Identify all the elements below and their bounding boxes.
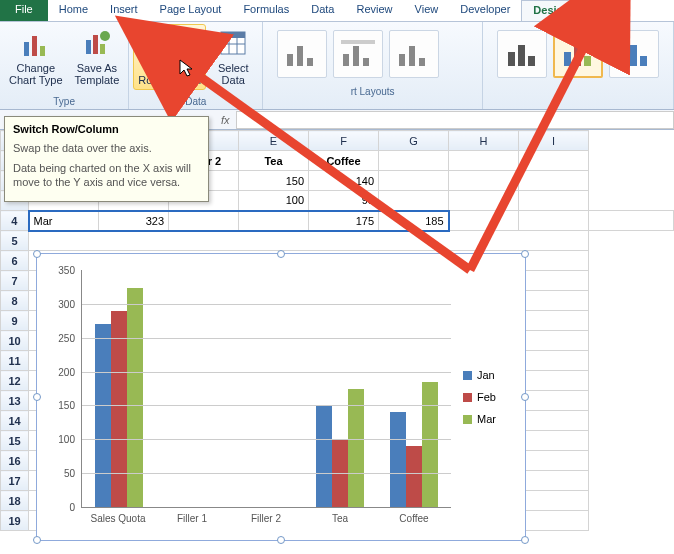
ribbon-tabs: File Home Insert Page Layout Formulas Da… (0, 0, 674, 22)
change-chart-type-button[interactable]: Change Chart Type (4, 24, 68, 90)
row-header[interactable]: 5 (1, 231, 29, 251)
cell[interactable]: 90 (309, 191, 379, 211)
svg-rect-19 (341, 40, 375, 44)
chart-layout-option[interactable] (333, 30, 383, 78)
tab-developer[interactable]: Developer (449, 0, 521, 21)
resize-handle[interactable] (33, 250, 41, 258)
formula-input[interactable] (236, 111, 674, 129)
tooltip-title: Switch Row/Column (13, 123, 200, 135)
row-header[interactable]: 9 (1, 311, 29, 331)
tab-home[interactable]: Home (48, 0, 99, 21)
chart-plot-area[interactable]: 050100150200250300350 Sales QuotaFiller … (47, 264, 455, 530)
tab-file[interactable]: File (0, 0, 48, 21)
tab-layout-extra[interactable]: L (582, 0, 610, 21)
chart-type-icon (20, 28, 52, 60)
cell[interactable]: 150 (239, 171, 309, 191)
svg-rect-4 (93, 35, 98, 54)
tab-insert[interactable]: Insert (99, 0, 149, 21)
select-data-button[interactable]: Select Data (208, 24, 258, 90)
template-icon (81, 28, 113, 60)
switch-row-column-button[interactable]: Switch Row/Column (133, 24, 206, 90)
save-template-button[interactable]: Save As Template (70, 24, 125, 90)
tab-review[interactable]: Review (345, 0, 403, 21)
row-header[interactable]: 6 (1, 251, 29, 271)
layout-icon (283, 38, 321, 70)
x-axis-labels: Sales QuotaFiller 1Filler 2TeaCoffee (81, 510, 451, 530)
group-styles-label (487, 84, 669, 99)
cell[interactable]: 185 (379, 211, 449, 231)
row-header[interactable]: 14 (1, 411, 29, 431)
chart-layout-option[interactable] (277, 30, 327, 78)
col-header[interactable]: H (449, 131, 519, 151)
group-data: Switch Row/Column Select Data Data (129, 22, 263, 109)
resize-handle[interactable] (277, 536, 285, 544)
resize-handle[interactable] (33, 393, 41, 401)
resize-handle[interactable] (33, 536, 41, 544)
row-header[interactable]: 4 (1, 211, 29, 231)
switch-icon (154, 28, 186, 60)
row-header[interactable]: 19 (1, 511, 29, 531)
cell[interactable]: Coffee (309, 151, 379, 171)
svg-rect-21 (409, 46, 415, 66)
chart-style-option[interactable] (553, 30, 603, 78)
chart-legend[interactable]: JanFebMar (455, 264, 515, 530)
resize-handle[interactable] (521, 536, 529, 544)
svg-rect-0 (24, 42, 29, 56)
chart-layout-option[interactable] (389, 30, 439, 78)
tab-formulas[interactable]: Formulas (232, 0, 300, 21)
svg-rect-3 (86, 40, 91, 54)
svg-rect-22 (419, 58, 425, 66)
col-header[interactable]: G (379, 131, 449, 151)
group-chart-layouts: rt Layouts (263, 22, 483, 109)
embedded-chart[interactable]: 050100150200250300350 Sales QuotaFiller … (36, 253, 526, 541)
cell[interactable]: Mar (29, 211, 99, 231)
col-header[interactable]: E (239, 131, 309, 151)
tab-view[interactable]: View (404, 0, 450, 21)
row-header[interactable]: 11 (1, 351, 29, 371)
svg-rect-5 (100, 44, 105, 54)
style-icon (559, 38, 597, 70)
group-data-label: Data (133, 94, 258, 109)
svg-rect-30 (630, 45, 637, 66)
group-type-label: Type (4, 94, 124, 109)
resize-handle[interactable] (521, 393, 529, 401)
cell[interactable]: 323 (99, 211, 169, 231)
row-header[interactable]: 12 (1, 371, 29, 391)
svg-rect-18 (363, 58, 369, 66)
svg-rect-28 (584, 56, 591, 66)
tab-page-layout[interactable]: Page Layout (149, 0, 233, 21)
style-icon (615, 38, 653, 70)
svg-rect-24 (518, 45, 525, 66)
svg-rect-7 (157, 31, 183, 49)
tab-data[interactable]: Data (300, 0, 345, 21)
cell[interactable]: 175 (309, 211, 379, 231)
col-header[interactable]: I (519, 131, 589, 151)
group-type: Change Chart Type Save As Template Type (0, 22, 129, 109)
svg-rect-20 (399, 54, 405, 66)
chart-style-option[interactable] (497, 30, 547, 78)
resize-handle[interactable] (277, 250, 285, 258)
col-header[interactable]: F (309, 131, 379, 151)
row-header[interactable]: 10 (1, 331, 29, 351)
resize-handle[interactable] (521, 250, 529, 258)
row-header[interactable]: 8 (1, 291, 29, 311)
row-header[interactable]: 7 (1, 271, 29, 291)
row-header[interactable]: 17 (1, 471, 29, 491)
cell[interactable]: 140 (309, 171, 379, 191)
cell[interactable]: Tea (239, 151, 309, 171)
tooltip: Switch Row/Column Swap the data over the… (4, 116, 209, 202)
tooltip-line: Data being charted on the X axis will mo… (13, 161, 200, 189)
tab-design[interactable]: Design (521, 0, 582, 21)
svg-rect-23 (508, 52, 515, 66)
cell[interactable]: 100 (239, 191, 309, 211)
style-icon (503, 38, 541, 70)
row-header[interactable]: 13 (1, 391, 29, 411)
chart-style-option[interactable] (609, 30, 659, 78)
row-header[interactable]: 16 (1, 451, 29, 471)
svg-rect-13 (287, 54, 293, 66)
row-header[interactable]: 18 (1, 491, 29, 511)
svg-rect-14 (297, 46, 303, 66)
svg-rect-1 (32, 36, 37, 56)
svg-rect-26 (564, 52, 571, 66)
row-header[interactable]: 15 (1, 431, 29, 451)
